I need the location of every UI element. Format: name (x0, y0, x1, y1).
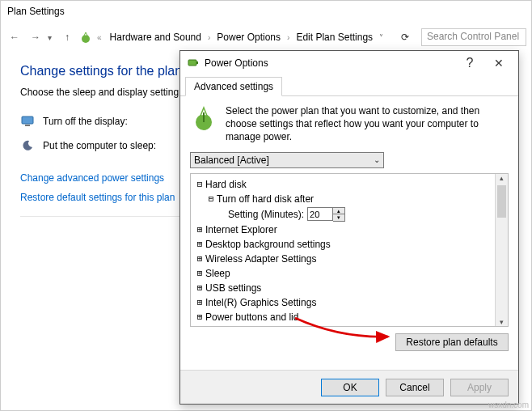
ok-button[interactable]: OK (321, 379, 379, 396)
tab-advanced-settings[interactable]: Advanced settings (185, 77, 282, 96)
restore-plan-defaults-button[interactable]: Restore plan defaults (395, 333, 509, 351)
collapse-icon[interactable]: ⊟ (205, 193, 217, 204)
search-input[interactable]: Search Control Panel (421, 28, 526, 46)
tab-bar: Advanced settings (180, 75, 518, 96)
breadcrumb-item[interactable]: Hardware and Sound (107, 30, 205, 44)
tree-node-sleep[interactable]: ⊞Sleep (194, 266, 492, 281)
chevron-right-icon: › (206, 33, 212, 42)
tree-node-wireless[interactable]: ⊞Wireless Adapter Settings (194, 252, 492, 266)
monitor-icon (20, 114, 35, 129)
power-plan-icon (190, 104, 217, 132)
expand-icon[interactable]: ⊞ (194, 311, 205, 322)
refresh-button[interactable]: ⟳ (397, 32, 413, 43)
power-plan-select[interactable]: Balanced [Active] ⌄ (190, 152, 384, 168)
dialog-body: Select the power plan that you want to c… (180, 96, 518, 359)
spinner-up-icon[interactable]: ▴ (333, 208, 344, 214)
up-button[interactable]: ↑ (58, 28, 76, 46)
close-button[interactable]: ✕ (484, 52, 513, 74)
expand-icon[interactable]: ⊞ (194, 253, 205, 264)
expand-icon[interactable]: ⊞ (194, 239, 205, 249)
setting-label: Setting (Minutes): (228, 209, 304, 220)
settings-tree-container: ⊟Hard disk ⊟Turn off hard disk after Set… (190, 173, 509, 327)
settings-tree[interactable]: ⊟Hard disk ⊟Turn off hard disk after Set… (191, 174, 495, 326)
tree-node-ie[interactable]: ⊞Internet Explorer (194, 222, 492, 237)
dialog-titlebar: Power Options ? ✕ (180, 51, 518, 75)
back-button[interactable]: ← (6, 28, 23, 46)
expand-icon[interactable]: ⊞ (194, 282, 205, 293)
toolbar: ← → ▾ ↑ « Hardware and Sound › Power Opt… (1, 25, 531, 49)
power-plan-value: Balanced [Active] (194, 155, 269, 166)
svg-rect-1 (22, 117, 33, 124)
tree-scrollbar[interactable] (495, 174, 508, 326)
expand-icon[interactable]: ⊞ (194, 297, 205, 307)
battery-icon (187, 56, 200, 71)
scroll-thumb[interactable] (497, 185, 506, 218)
power-options-dialog: Power Options ? ✕ Advanced settings Sele… (179, 50, 519, 405)
intro-text: Select the power plan that you want to c… (226, 104, 509, 144)
watermark: wsxdn.com (488, 400, 529, 409)
svg-rect-4 (196, 61, 198, 64)
breadcrumb-dropdown-icon[interactable]: ˅ (379, 33, 383, 42)
sleep-label: Put the computer to sleep: (43, 140, 180, 151)
intro: Select the power plan that you want to c… (190, 104, 509, 144)
tree-node-pci-express[interactable]: ⊞PCI Express (194, 324, 492, 326)
minutes-input[interactable] (307, 207, 333, 221)
tree-node-turn-off-hdd[interactable]: ⊟Turn off hard disk after (205, 192, 492, 206)
moon-icon (20, 138, 35, 153)
breadcrumb-separator: « (95, 33, 103, 42)
tree-setting-minutes: Setting (Minutes): ▴▾ (228, 206, 492, 222)
collapse-icon[interactable]: ⊟ (194, 179, 205, 189)
tree-node-intel-graphics[interactable]: ⊞Intel(R) Graphics Settings (194, 295, 492, 310)
expand-icon[interactable]: ⊞ (194, 268, 205, 278)
cancel-button[interactable]: Cancel (386, 379, 444, 396)
history-dropdown-icon[interactable]: ▾ (48, 33, 52, 42)
tree-node-desktop-bg[interactable]: ⊞Desktop background settings (194, 237, 492, 252)
svg-rect-3 (188, 60, 196, 66)
window-title: Plan Settings (1, 1, 531, 25)
tree-node-usb[interactable]: ⊞USB settings (194, 281, 492, 295)
breadcrumb: Hardware and Sound › Power Options › Edi… (107, 30, 377, 44)
spinner-down-icon[interactable]: ▾ (333, 214, 344, 221)
minutes-spinner[interactable]: ▴▾ (307, 207, 345, 222)
dialog-footer: OK Cancel Apply (180, 370, 518, 404)
help-button[interactable]: ? (455, 52, 484, 74)
power-icon (79, 31, 92, 44)
apply-button[interactable]: Apply (450, 379, 509, 396)
expand-icon[interactable]: ⊞ (194, 224, 205, 235)
display-label: Turn off the display: (43, 116, 180, 127)
forward-button[interactable]: → (27, 28, 44, 46)
tree-node-hard-disk[interactable]: ⊟Hard disk (194, 177, 492, 192)
dialog-title: Power Options (205, 57, 268, 69)
chevron-down-icon: ⌄ (374, 155, 380, 164)
breadcrumb-item[interactable]: Power Options (213, 30, 284, 44)
svg-rect-2 (25, 125, 30, 126)
breadcrumb-item[interactable]: Edit Plan Settings (293, 30, 376, 44)
chevron-right-icon: › (285, 33, 291, 42)
tree-node-power-buttons[interactable]: ⊞Power buttons and lid (194, 310, 492, 324)
